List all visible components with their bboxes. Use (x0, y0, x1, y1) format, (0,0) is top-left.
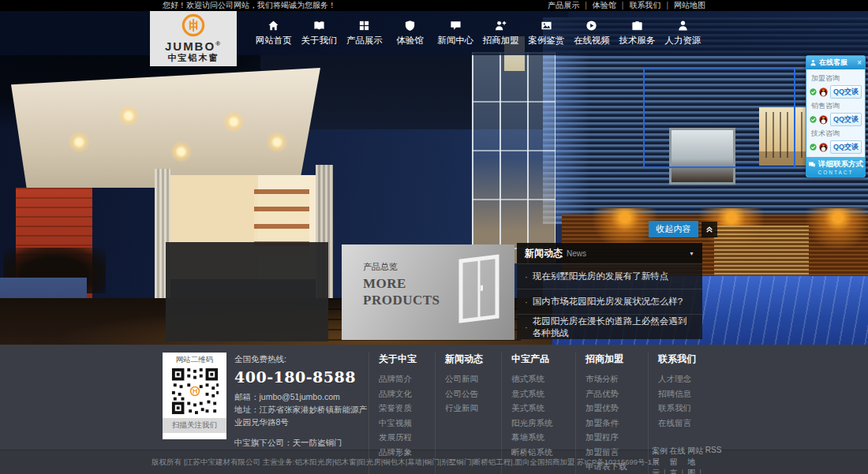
footer-link[interactable]: 加盟条件 (586, 416, 648, 431)
news-subtitle: News (567, 249, 685, 258)
footer-link[interactable]: 人才理念 (658, 371, 705, 386)
nav-label: 网站首页 (256, 35, 292, 47)
topbar-link-products[interactable]: 产品展示 (548, 0, 593, 11)
qq-chat-join[interactable]: QQ交谈 (810, 85, 862, 99)
bottom-link-sitemap[interactable]: 网站地图 (687, 446, 705, 474)
nav-item-about[interactable]: 关于我们 (297, 11, 342, 55)
footer-link[interactable]: 产品优势 (586, 386, 648, 401)
footer-link[interactable]: 发展历程 (379, 430, 435, 445)
nav-item-cases[interactable]: 案例鉴赏 (524, 11, 570, 55)
online-service-panel: 在线客服 × 加盟咨询 QQ交谈 销售咨询 QQ交谈 技术咨询 QQ交谈 (806, 55, 866, 177)
footer-link[interactable]: 公司新闻 (445, 371, 501, 386)
online-service-title: 在线客服 (819, 58, 855, 68)
topbar-link-sitemap[interactable]: 网站地图 (674, 0, 705, 11)
nav-label: 招商加盟 (483, 35, 519, 47)
chat-icon (450, 20, 462, 32)
nav-item-tech[interactable]: 技术服务 (615, 11, 660, 55)
bottom-link-rss[interactable]: RSS (705, 446, 722, 474)
topbar-quick-links: 产品展示 体验馆 联系我们 网站地图 (548, 0, 705, 11)
footer: 网站二维码 (0, 345, 868, 450)
footer-link[interactable]: 品牌文化 (379, 386, 435, 401)
qq-chat-button[interactable]: QQ交谈 (830, 140, 862, 154)
footer-link[interactable]: 美式系统 (511, 401, 575, 416)
news-panel: 新闻动态 News ▼ 现在别墅阳光房的发展有了新特点 国内市场花园阳光房发展状… (517, 243, 702, 339)
footer-link[interactable]: 市场分析 (586, 371, 648, 386)
logo-mark-icon (181, 13, 205, 37)
nav-label: 体验馆 (396, 35, 424, 47)
footer-link[interactable]: 在线留言 (658, 416, 705, 431)
main-navbar: JUMBO® 中宝铝木窗 网站首页 关于我们 产品展示 体验馆 (0, 11, 868, 55)
footer-link[interactable]: 品牌简介 (379, 371, 435, 386)
slider-highlight-box (643, 67, 795, 168)
collapse-content-button[interactable]: 收起内容 (649, 221, 698, 237)
footer-link[interactable]: 招聘信息 (658, 386, 705, 401)
nav-label: 产品展示 (346, 35, 383, 47)
footer-column-title: 关于中宝 (379, 353, 435, 366)
nav-item-join[interactable]: 招商加盟 (478, 11, 524, 55)
nav-label: 关于我们 (301, 35, 337, 47)
chevron-down-icon[interactable]: ▼ (689, 251, 694, 256)
contact-detail-sub: CONTACT (806, 170, 865, 175)
logo[interactable]: JUMBO® 中宝铝木窗 (150, 11, 237, 66)
footer-link[interactable]: 行业新闻 (445, 401, 501, 416)
hero-banner: JUMBO® 中宝铝木窗 网站首页 关于我们 产品展示 体验馆 (0, 11, 868, 345)
nav-label: 新闻中心 (437, 35, 473, 47)
contact-detail-label: 详细联系方式 (818, 159, 863, 170)
nav-item-products[interactable]: 产品展示 (342, 11, 387, 55)
qr-caption[interactable]: 扫描关注我们 (163, 418, 226, 433)
news-item[interactable]: 现在别墅阳光房的发展有了新特点 (517, 263, 702, 289)
nav-menu: 网站首页 关于我们 产品展示 体验馆 新闻中心 (251, 11, 705, 55)
footer-link[interactable]: 荣誉资质 (379, 401, 435, 416)
footer-link[interactable]: 阳光房系统 (511, 416, 575, 431)
qr-title: 网站二维码 (163, 353, 226, 367)
shield-icon (404, 20, 416, 32)
slider-dark-panel (166, 242, 328, 342)
footer-link[interactable]: 中宝视频 (379, 416, 435, 431)
welcome-text: 您好！欢迎访问公司网站，我们将竭诚为您服务！ (163, 0, 336, 11)
contact-email: 邮箱：jumbo@51jumbo.com (234, 390, 369, 403)
agent-icon (810, 59, 817, 66)
nav-label: 案例鉴赏 (528, 35, 564, 47)
qq-chat-button[interactable]: QQ交谈 (830, 113, 862, 126)
logo-brand: JUMBO® (165, 38, 222, 52)
bottom-link-message[interactable]: 在线留言 (670, 446, 688, 474)
collapse-toggle-button[interactable] (702, 222, 717, 237)
footer-link[interactable]: 加盟优势 (586, 401, 648, 416)
nav-item-home[interactable]: 网站首页 (251, 11, 297, 55)
registered-mark: ® (215, 40, 222, 47)
qq-chat-button[interactable]: QQ交谈 (830, 85, 862, 99)
nav-item-hr[interactable]: 人力资源 (660, 11, 705, 55)
footer-column-title: 招商加盟 (586, 353, 648, 366)
nav-item-news[interactable]: 新闻中心 (432, 11, 478, 55)
footer-link[interactable]: 联系我们 (658, 401, 705, 416)
person-plus-icon (495, 20, 507, 32)
news-item[interactable]: 国内市场花园阳光房发展状况怎么样? (517, 289, 702, 314)
bottom-bar: 版权所有 |江苏中宝建材有限公司 主营业务:铝木阳光房|铝木窗|阳光房|铜包木|… (0, 450, 868, 474)
topbar-link-experience[interactable]: 体验馆 (593, 0, 630, 11)
contact-address: 地址：江苏省张家港妙桥镇新能源产业园兄华路8号 (234, 403, 369, 428)
footer-link[interactable]: 德式系统 (511, 371, 575, 386)
briefcase-icon (631, 20, 643, 32)
qq-chat-tech[interactable]: QQ交谈 (810, 140, 862, 154)
qq-group-label-join: 加盟咨询 (811, 73, 862, 84)
nav-label: 在线视频 (574, 35, 610, 47)
close-icon[interactable]: × (857, 59, 862, 67)
bottom-link-cases[interactable]: 案例展示 (652, 446, 670, 474)
footer-link[interactable]: 幕墙系统 (511, 430, 575, 445)
footer-link[interactable]: 公司公告 (445, 386, 501, 401)
topbar-link-contact[interactable]: 联系我们 (629, 0, 674, 11)
footer-link[interactable]: 加盟程序 (586, 430, 648, 445)
nav-item-experience[interactable]: 体验馆 (387, 11, 433, 55)
qq-group-label-tech: 技术咨询 (811, 129, 862, 139)
more-products-card[interactable]: 产品总览 MORE PRODUCTS (342, 244, 514, 340)
footer-link[interactable]: 意式系统 (511, 386, 575, 401)
news-item[interactable]: 花园阳光房在漫长的道路上必然会遇到各种挑战 (517, 314, 702, 339)
qq-chat-sales[interactable]: QQ交谈 (810, 113, 862, 126)
qq-penguin-icon (818, 87, 829, 97)
nav-item-video[interactable]: 在线视频 (569, 11, 615, 55)
hotline-number: 400-180-8588 (234, 368, 369, 386)
contact-detail-button[interactable]: 详细联系方式 CONTACT (806, 157, 865, 177)
footer-column-title: 联系我们 (658, 353, 705, 366)
bottom-links: 案例展示 在线留言 网站地图 RSS (652, 446, 721, 474)
online-status-icon (810, 88, 817, 95)
